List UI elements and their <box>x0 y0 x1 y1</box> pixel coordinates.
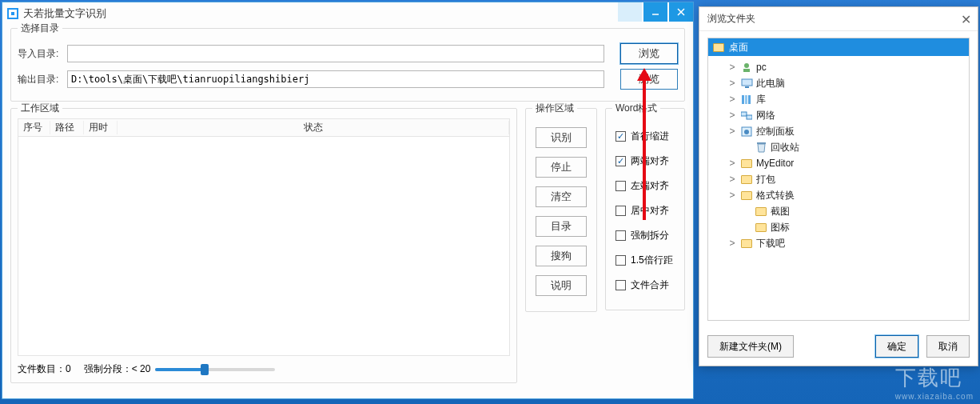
word-option-label: 强制拆分 <box>631 229 669 242</box>
checkbox-icon[interactable] <box>615 206 626 216</box>
twisty-icon[interactable]: > <box>727 238 737 249</box>
network-icon <box>740 110 753 121</box>
folder-icon <box>740 174 753 185</box>
op-legend: 操作区域 <box>532 102 577 115</box>
checkbox-icon[interactable] <box>615 181 626 191</box>
svg-rect-6 <box>748 95 751 104</box>
tree-node-label: 网络 <box>756 109 775 122</box>
word-group: Word格式 ✓首行缩进✓两端对齐左端对齐居中对齐强制拆分1.5倍行距文件合并 <box>605 108 685 310</box>
word-option-5[interactable]: 1.5倍行距 <box>615 254 675 267</box>
output-dir-input[interactable] <box>67 70 604 88</box>
svg-rect-11 <box>757 142 766 144</box>
word-option-label: 首行缩进 <box>631 130 669 143</box>
import-dir-input[interactable] <box>67 45 604 62</box>
watermark: 下载吧 www.xiazaiba.com <box>895 364 974 401</box>
word-option-2[interactable]: 左端对齐 <box>615 179 675 193</box>
word-option-label: 左端对齐 <box>631 179 669 193</box>
tree-node[interactable]: >网络 <box>708 107 969 123</box>
twisty-icon[interactable]: > <box>727 110 737 121</box>
op-btn-sogou[interactable]: 搜狗 <box>536 246 587 266</box>
tree-node-label: 下载吧 <box>756 237 785 250</box>
tree-node[interactable]: >控制面板 <box>708 123 969 139</box>
folder-tree[interactable]: 桌面 >pc>此电脑>库>网络>控制面板回收站>MyEditor>打包>格式转换… <box>707 38 970 321</box>
library-icon <box>740 94 753 105</box>
ok-button[interactable]: 确定 <box>875 335 918 358</box>
word-option-4[interactable]: 强制拆分 <box>615 229 675 242</box>
word-option-6[interactable]: 文件合并 <box>615 278 675 292</box>
op-btn-dir[interactable]: 目录 <box>536 216 587 237</box>
tree-node-label: 格式转换 <box>756 189 795 202</box>
twisty-icon[interactable]: > <box>727 78 737 89</box>
main-window: 天若批量文字识别 选择目录 导入目录: 浏览 输出目录: 浏览 <box>2 2 694 399</box>
tree-root-label: 桌面 <box>729 41 748 54</box>
svg-rect-3 <box>745 86 749 88</box>
new-folder-button[interactable]: 新建文件夹(M) <box>707 335 794 358</box>
tree-node[interactable]: >下载吧 <box>708 235 969 251</box>
tree-root-row[interactable]: 桌面 <box>708 38 969 56</box>
checkbox-icon[interactable] <box>615 255 626 266</box>
svg-rect-4 <box>742 95 744 104</box>
dialog-close-button[interactable]: ✕ <box>961 12 971 27</box>
tree-node[interactable]: >库 <box>708 91 969 107</box>
twisty-icon[interactable]: > <box>727 158 737 169</box>
svg-point-10 <box>744 130 749 134</box>
tree-node-label: 打包 <box>756 173 775 186</box>
browse-import-button[interactable]: 浏览 <box>620 43 678 64</box>
tree-node-label: 截图 <box>771 205 790 218</box>
list-body[interactable] <box>18 136 510 356</box>
tree-node[interactable]: >打包 <box>708 171 969 187</box>
close-button[interactable] <box>669 2 693 22</box>
computer-icon <box>740 78 753 89</box>
word-legend: Word格式 <box>612 102 660 115</box>
tree-node[interactable]: >pc <box>708 59 969 75</box>
twisty-icon[interactable]: > <box>727 126 737 137</box>
force-seg-label: 强制分段：< 20 <box>84 362 151 376</box>
checkbox-icon[interactable]: ✓ <box>615 131 626 142</box>
tree-node-label: MyEditor <box>756 158 794 169</box>
word-option-label: 居中对齐 <box>631 204 669 218</box>
browse-output-button[interactable]: 浏览 <box>620 69 678 90</box>
col-index[interactable]: 序号 <box>18 121 50 134</box>
op-group: 操作区域 识别 停止 清空 目录 搜狗 说明 <box>525 108 597 312</box>
op-btn-help[interactable]: 说明 <box>536 275 587 296</box>
word-option-3[interactable]: 居中对齐 <box>615 204 675 218</box>
cancel-button[interactable]: 取消 <box>926 335 970 358</box>
col-status[interactable]: 状态 <box>118 121 509 134</box>
app-icon <box>7 8 18 19</box>
tree-node-label: pc <box>756 62 767 73</box>
word-option-1[interactable]: ✓两端对齐 <box>615 154 675 168</box>
checkbox-icon[interactable]: ✓ <box>615 156 626 166</box>
checkbox-icon[interactable] <box>615 280 626 290</box>
work-legend: 工作区域 <box>18 102 62 115</box>
col-time[interactable]: 用时 <box>84 121 118 134</box>
op-btn-clear[interactable]: 清空 <box>536 186 587 207</box>
tree-node[interactable]: >格式转换 <box>708 187 969 203</box>
op-btn-recognize[interactable]: 识别 <box>536 127 587 148</box>
word-option-label: 两端对齐 <box>631 154 669 168</box>
twisty-icon[interactable]: > <box>727 190 737 201</box>
twisty-icon[interactable]: > <box>727 174 737 185</box>
op-btn-stop[interactable]: 停止 <box>536 157 587 178</box>
word-option-label: 1.5倍行距 <box>631 254 673 267</box>
tree-node[interactable]: 回收站 <box>708 139 969 155</box>
minimize-button[interactable] <box>643 2 667 22</box>
folder-icon <box>755 206 767 217</box>
checkbox-icon[interactable] <box>615 230 626 241</box>
word-option-0[interactable]: ✓首行缩进 <box>615 130 675 143</box>
tree-node[interactable]: 图标 <box>708 219 969 235</box>
tree-node[interactable]: >此电脑 <box>708 75 969 91</box>
tree-node[interactable]: 截图 <box>708 203 969 219</box>
twisty-icon[interactable]: > <box>727 62 737 73</box>
twisty-icon[interactable]: > <box>727 94 737 105</box>
svg-point-0 <box>744 63 749 68</box>
folder-icon <box>713 43 724 52</box>
word-option-label: 文件合并 <box>631 278 669 292</box>
control-panel-icon <box>740 126 753 137</box>
force-seg-slider[interactable] <box>155 368 275 371</box>
tree-node-label: 控制面板 <box>756 125 795 138</box>
tree-node[interactable]: >MyEditor <box>708 155 969 171</box>
directory-legend: 选择目录 <box>18 22 62 35</box>
import-dir-label: 导入目录: <box>18 47 67 61</box>
col-path[interactable]: 路径 <box>50 121 84 134</box>
svg-rect-7 <box>741 112 747 116</box>
